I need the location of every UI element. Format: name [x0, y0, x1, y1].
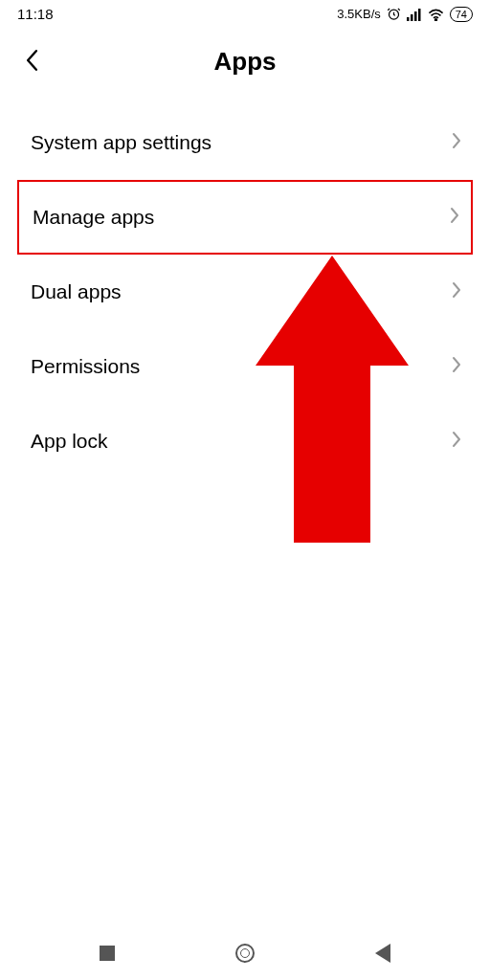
- svg-rect-1: [407, 17, 410, 21]
- chevron-right-icon: [452, 281, 461, 303]
- list-item-dual-apps[interactable]: Dual apps: [0, 255, 490, 329]
- navigation-bar: [0, 926, 490, 980]
- header: Apps: [0, 26, 490, 98]
- battery-indicator: 74: [450, 7, 473, 22]
- nav-home-button[interactable]: [234, 943, 256, 964]
- item-label: App lock: [31, 430, 108, 453]
- status-speed: 3.5KB/s: [337, 7, 381, 21]
- status-right: 3.5KB/s 74: [337, 7, 473, 22]
- svg-rect-3: [414, 11, 417, 21]
- signal-icon: [407, 8, 422, 21]
- list-item-manage-apps[interactable]: Manage apps: [17, 180, 473, 255]
- item-label: System app settings: [31, 131, 212, 154]
- list-item-app-lock[interactable]: App lock: [0, 404, 490, 479]
- settings-list: System app settings Manage apps Dual app…: [0, 98, 490, 486]
- chevron-right-icon: [452, 356, 461, 378]
- nav-recents-button[interactable]: [97, 943, 118, 964]
- page-title: Apps: [19, 47, 471, 77]
- item-label: Manage apps: [33, 206, 154, 229]
- chevron-right-icon: [452, 132, 461, 154]
- nav-back-button[interactable]: [372, 943, 393, 964]
- wifi-icon: [428, 8, 444, 21]
- list-item-system-app-settings[interactable]: System app settings: [0, 105, 490, 180]
- status-time: 11:18: [17, 6, 54, 22]
- alarm-icon: [387, 7, 401, 21]
- svg-rect-4: [418, 9, 421, 21]
- item-label: Dual apps: [31, 280, 122, 303]
- chevron-right-icon: [452, 431, 461, 453]
- status-bar: 11:18 3.5KB/s 74: [0, 0, 490, 26]
- item-label: Permissions: [31, 355, 140, 378]
- svg-rect-2: [411, 14, 413, 21]
- list-item-permissions[interactable]: Permissions: [0, 329, 490, 404]
- svg-point-5: [434, 18, 436, 20]
- back-button[interactable]: [25, 49, 39, 76]
- chevron-right-icon: [450, 207, 459, 229]
